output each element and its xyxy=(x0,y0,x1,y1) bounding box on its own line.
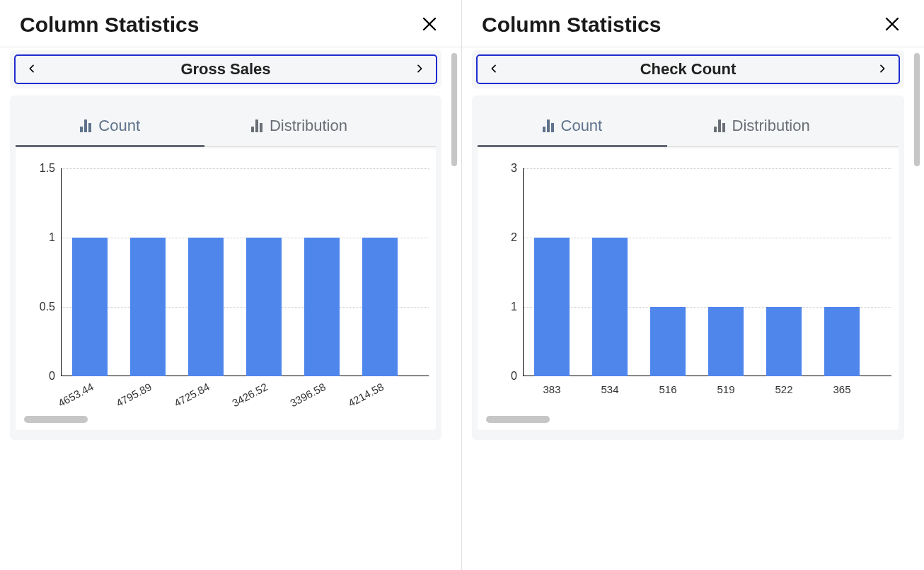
bar[interactable] xyxy=(650,307,686,376)
x-label-slot: 534 xyxy=(581,376,639,409)
bar-slot xyxy=(177,238,235,376)
scrollbar-thumb[interactable] xyxy=(451,53,457,166)
panel-body-wrap: Gross Sales xyxy=(0,47,461,570)
bar-slot xyxy=(697,307,755,376)
x-tick-label: 516 xyxy=(659,383,676,395)
bar-slot xyxy=(639,307,697,376)
x-label-slot: 3426.52 xyxy=(235,376,293,409)
x-tick-label: 365 xyxy=(833,383,850,395)
y-tick-label: 1 xyxy=(480,301,517,313)
y-tick-label: 0 xyxy=(480,370,517,383)
tab-label: Distribution xyxy=(732,117,810,135)
y-tick-label: 1.5 xyxy=(18,162,55,175)
chevron-right-icon xyxy=(414,63,425,76)
bar[interactable] xyxy=(534,238,570,376)
bar[interactable] xyxy=(708,307,744,376)
bar-slot xyxy=(813,307,871,376)
tab-count[interactable]: Count xyxy=(478,104,667,146)
bar[interactable] xyxy=(188,238,224,376)
chevron-left-icon xyxy=(488,63,499,76)
chart-area: 00.511.54653.444795.894725.843426.523396… xyxy=(16,149,436,430)
x-label-slot: 516 xyxy=(639,376,697,409)
panel-vertical-scrollbar[interactable] xyxy=(914,47,924,570)
panel-header: Column Statistics xyxy=(0,0,461,47)
column-nav-inner: Gross Sales xyxy=(16,56,436,83)
bar[interactable] xyxy=(72,238,108,376)
chart-card: Count Distribution 012338353451651952236… xyxy=(472,95,904,440)
x-tick-label: 4795.89 xyxy=(114,380,154,409)
bar[interactable] xyxy=(362,238,398,376)
bar-chart-icon xyxy=(714,120,725,132)
x-tick-label: 383 xyxy=(543,383,560,395)
x-label-slot: 3396.58 xyxy=(293,376,351,409)
tab-label: Count xyxy=(98,117,140,135)
x-tick-label: 4653.44 xyxy=(56,380,96,409)
bar[interactable] xyxy=(592,238,628,376)
column-nav: Gross Sales xyxy=(10,50,441,88)
chart-horizontal-scrollbar[interactable] xyxy=(18,416,433,424)
scrollbar-thumb[interactable] xyxy=(486,416,550,423)
chevron-left-icon xyxy=(26,63,37,76)
prev-column-button[interactable] xyxy=(24,62,40,77)
bar[interactable] xyxy=(246,238,282,376)
panel-header: Column Statistics xyxy=(462,0,924,47)
panel-body: Gross Sales xyxy=(0,47,451,570)
chart-horizontal-scrollbar[interactable] xyxy=(480,416,896,424)
column-name: Check Count xyxy=(640,60,737,78)
count-chart: 0123383534516519522365 xyxy=(480,168,896,409)
panel-body: Check Count xyxy=(462,47,914,570)
chart-tabs: Count Distribution xyxy=(478,104,899,147)
x-label-slot: 4795.89 xyxy=(119,376,177,409)
x-label-slot: 365 xyxy=(813,376,871,409)
tab-distribution[interactable]: Distribution xyxy=(667,104,857,146)
bar-slot xyxy=(235,238,293,376)
close-icon xyxy=(884,16,901,35)
count-chart: 00.511.54653.444795.894725.843426.523396… xyxy=(18,168,433,409)
bar[interactable] xyxy=(130,238,166,376)
stats-panel-right: Column Statistics xyxy=(462,0,924,570)
y-tick-label: 2 xyxy=(480,231,517,244)
bar-slot xyxy=(119,238,177,376)
bars xyxy=(523,168,891,376)
bars xyxy=(61,168,429,376)
bar-slot xyxy=(523,238,581,376)
x-tick-label: 4214.58 xyxy=(346,380,386,409)
x-label-slot: 4214.58 xyxy=(351,376,409,409)
scrollbar-thumb[interactable] xyxy=(24,416,88,423)
bar-chart-icon xyxy=(251,120,262,132)
chart-tabs: Count Distribution xyxy=(16,104,436,147)
tab-count[interactable]: Count xyxy=(16,104,204,146)
panel-title: Column Statistics xyxy=(20,13,199,37)
bar-chart-icon xyxy=(543,120,554,132)
bar[interactable] xyxy=(824,307,860,376)
close-button[interactable] xyxy=(880,13,904,37)
x-tick-label: 534 xyxy=(601,383,618,395)
x-tick-label: 522 xyxy=(775,383,792,395)
y-tick-label: 0 xyxy=(18,370,55,383)
scrollbar-thumb[interactable] xyxy=(914,53,920,166)
panel-vertical-scrollbar[interactable] xyxy=(451,47,461,570)
next-column-button[interactable] xyxy=(412,62,427,77)
bar-slot xyxy=(581,238,639,376)
close-button[interactable] xyxy=(417,13,441,37)
x-labels: 383534516519522365 xyxy=(523,376,891,409)
next-column-button[interactable] xyxy=(874,62,890,77)
bar[interactable] xyxy=(766,307,802,376)
x-label-slot: 522 xyxy=(755,376,813,409)
x-label-slot: 383 xyxy=(523,376,581,409)
y-tick-label: 1 xyxy=(18,231,55,244)
y-tick-label: 3 xyxy=(480,162,517,175)
panel-title: Column Statistics xyxy=(482,13,661,37)
panel-body-wrap: Check Count xyxy=(462,47,924,570)
chart-area: 0123383534516519522365 xyxy=(478,149,899,430)
x-label-slot: 519 xyxy=(697,376,755,409)
tab-label: Count xyxy=(561,117,603,135)
chart-card: Count Distribution 00.511.54653.444795.8… xyxy=(10,95,441,440)
tab-distribution[interactable]: Distribution xyxy=(204,104,393,146)
x-tick-label: 519 xyxy=(717,383,734,395)
column-name: Gross Sales xyxy=(180,60,270,78)
x-tick-label: 3396.58 xyxy=(288,380,328,409)
prev-column-button[interactable] xyxy=(486,62,502,77)
bar[interactable] xyxy=(304,238,340,376)
tab-label: Distribution xyxy=(270,117,347,135)
